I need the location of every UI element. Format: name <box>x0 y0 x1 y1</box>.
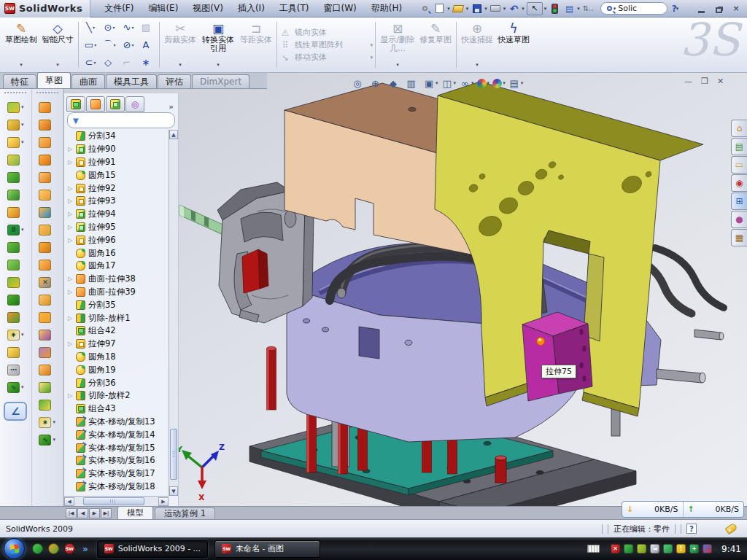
document-close-button[interactable]: ✕ <box>717 77 724 86</box>
task-pane-home-tab[interactable]: ⌂ <box>731 120 747 137</box>
tree-item[interactable]: ▷ 拉伸97 <box>67 338 178 351</box>
zoom-previous-icon[interactable]: ◆▾ <box>387 77 403 89</box>
menu-item[interactable]: 工具(T) <box>273 0 316 17</box>
ruled-surface-tool[interactable]: ▾ <box>39 361 55 378</box>
messenger-tray-icon[interactable] <box>703 544 712 553</box>
antivirus-tray-icon[interactable] <box>624 544 633 553</box>
more-tabs-icon[interactable]: » <box>169 102 174 112</box>
scrollbar-thumb[interactable] <box>83 497 144 505</box>
appearances-tab[interactable]: ● <box>731 211 747 228</box>
shield-plus-tray-icon[interactable]: + <box>689 544 699 553</box>
expand-arrow-icon[interactable]: ▷ <box>67 198 73 204</box>
expand-arrow-icon[interactable]: ▷ <box>67 224 73 230</box>
wrap-tool[interactable]: ▾ <box>7 273 24 291</box>
tree-item[interactable]: ▷ 圆角16 <box>67 246 178 260</box>
motion-study-tab[interactable]: 运动算例 1 <box>155 508 215 519</box>
expand-arrow-icon[interactable]: ▷ <box>67 185 73 192</box>
sync-tray-icon[interactable] <box>663 544 673 553</box>
convert-entities-button[interactable]: ▣ 转换实体引用 ▾ <box>198 19 238 71</box>
tree-item[interactable]: ▷ 实体-移动/复制14 <box>67 428 178 441</box>
flyout-arrow-icon[interactable]: ▾ <box>56 61 59 71</box>
mirror-entities-button[interactable]: ⚠ 镜向实体 ▾ <box>279 27 373 38</box>
tree-filter-input[interactable]: ▼ <box>67 112 175 128</box>
search-input[interactable]: Solic <box>618 4 637 13</box>
menu-item[interactable]: 窗口(W) <box>317 0 363 17</box>
hide-show-items-icon[interactable]: ∞▾ <box>459 77 474 89</box>
tree-item[interactable]: ▷ 拉伸96 <box>67 233 178 246</box>
scroll-left-icon[interactable]: ◀ <box>64 497 74 506</box>
quick-tips-icon[interactable]: ? <box>686 524 697 534</box>
start-button[interactable] <box>4 538 25 559</box>
menu-item[interactable]: 视图(V) <box>186 0 230 17</box>
extruded-surface-tool[interactable]: ▾ <box>39 133 55 151</box>
toolbar-grip[interactable] <box>36 92 58 95</box>
dome-tool[interactable]: ▾ <box>7 291 24 308</box>
tab-surfaces[interactable]: 曲面 <box>71 74 105 88</box>
smart-dimension-button[interactable]: ◇ 智能尺寸 ▾ <box>39 19 76 71</box>
file-explorer-tab[interactable]: ▭ <box>731 156 747 174</box>
tree-item[interactable]: ▷ 曲面-拉伸39 <box>67 286 178 299</box>
scroll-right-icon[interactable]: ▶ <box>158 497 169 506</box>
first-tab-icon[interactable]: |◀ <box>66 508 77 518</box>
document-minimize-button[interactable]: — <box>684 77 692 86</box>
linear-pattern-tool[interactable]: ⠿▾ <box>7 221 24 238</box>
view-palette-tab[interactable]: ⊞ <box>731 192 747 210</box>
search-box[interactable]: ▾ Solic <box>600 2 667 15</box>
repair-sketch-button[interactable]: ✎ 修复草图 ▾ <box>417 19 454 71</box>
view-orientation-icon[interactable]: ▣▾ <box>423 77 438 89</box>
expand-arrow-icon[interactable]: ▷ <box>67 289 73 295</box>
hole-wizard-tool[interactable]: ▾ <box>7 203 24 221</box>
property-manager-tab[interactable] <box>86 96 105 112</box>
tree-item[interactable]: ▷ 分割35 <box>67 298 178 311</box>
revolved-surface-tool[interactable]: ▾ <box>39 116 55 133</box>
zoom-area-icon[interactable]: ⊕▾ <box>370 77 385 89</box>
box-select-tool[interactable]: ▧▾ <box>138 19 157 36</box>
linear-sketch-pattern-button[interactable]: ⠿ 线性草图阵列 ▾ <box>279 39 373 50</box>
surface-fillet-tool[interactable]: ▾ <box>39 378 55 396</box>
section-view-icon[interactable]: ▥▾ <box>406 77 421 89</box>
flyout-arrow-icon[interactable]: ▾ <box>370 42 373 48</box>
move-copy-body-tool[interactable]: ▾ <box>7 308 24 326</box>
knit-surface-tool[interactable]: ▾ <box>39 221 55 238</box>
configuration-manager-tab[interactable] <box>106 96 125 112</box>
ime-indicator-icon[interactable]: ⇅‥ <box>582 3 595 15</box>
reference-plane-tool[interactable]: ▾ <box>7 343 24 361</box>
warning-tray-icon[interactable]: ! <box>676 544 686 553</box>
rib-tool[interactable]: ▾ <box>7 256 24 273</box>
scrollbar-thumb[interactable] <box>170 429 177 480</box>
slide-block-part[interactable] <box>522 312 592 401</box>
tree-item[interactable]: ▷ 组合42 <box>67 324 178 338</box>
flyout-arrow-icon[interactable]: ▾ <box>476 61 479 71</box>
model-tab[interactable]: 模型 <box>117 506 153 519</box>
helix-tool[interactable]: ∿▾ <box>7 378 24 396</box>
boundary-surface-tool[interactable]: ▾ <box>39 168 55 186</box>
save-button[interactable] <box>471 3 483 15</box>
tree-vertical-scrollbar[interactable]: ▲ ▼ <box>169 130 178 496</box>
tree-item[interactable]: ▷ 实体-移动/复制18 <box>67 481 178 494</box>
fillet-tool[interactable]: ▾ <box>7 133 24 151</box>
offset-surface-tool[interactable]: ▾ <box>39 203 55 221</box>
minimize-button[interactable] <box>696 4 706 13</box>
next-tab-icon[interactable]: ▶ <box>89 508 100 518</box>
tree-item[interactable]: ▷ 实体-移动/复制13 <box>67 416 178 429</box>
line-tool[interactable]: ╲▾ <box>81 19 100 36</box>
dimxpert-manager-tab[interactable]: ◎ <box>125 96 144 112</box>
tree-item[interactable]: ▷ 切除-放样1 <box>67 311 178 324</box>
reference-point-tool[interactable]: ∗▾ <box>7 326 24 343</box>
tab-features[interactable]: 特征 <box>3 74 36 88</box>
circle-tool[interactable]: ⊙▾ <box>100 19 119 36</box>
prev-tab-icon[interactable]: ◀ <box>77 508 88 518</box>
scene-icon[interactable]: ▾ <box>492 79 506 88</box>
flyout-arrow-icon[interactable]: ▾ <box>179 61 182 71</box>
scroll-up-icon[interactable]: ▲ <box>169 130 178 139</box>
menu-item[interactable]: 帮助(H) <box>365 0 409 17</box>
tree-item[interactable]: ▷ 拉伸93 <box>67 195 178 208</box>
flyout-arrow-icon[interactable]: ▾ <box>370 55 373 61</box>
display-style-icon[interactable]: ◫▾ <box>441 77 457 89</box>
swept-surface-tool[interactable]: ▾ <box>39 98 55 116</box>
tree-item[interactable]: ▷ 曲面-拉伸38 <box>67 273 178 286</box>
select-button[interactable]: ↖ <box>527 2 543 15</box>
expand-arrow-icon[interactable]: ▷ <box>67 211 73 217</box>
rebuild-icon[interactable] <box>549 3 561 15</box>
expand-arrow-icon[interactable]: ▷ <box>67 276 73 282</box>
